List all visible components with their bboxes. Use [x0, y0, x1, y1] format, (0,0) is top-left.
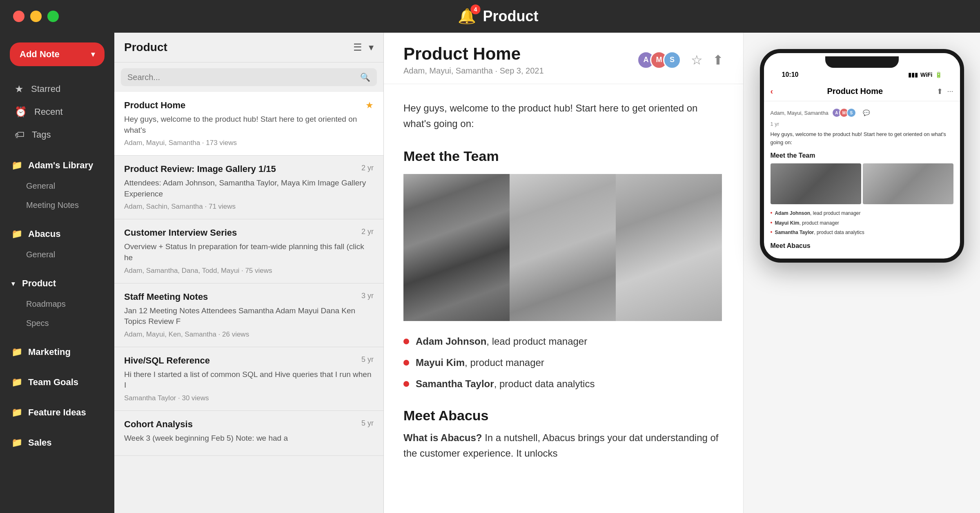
titlebar-center: 🔔 4 Product — [441, 8, 538, 25]
sidebar-abacus-header[interactable]: 📁 Abacus — [0, 223, 114, 245]
content-intro: Hey guys, welcome to the product hub! St… — [403, 100, 724, 132]
content-body: Hey guys, welcome to the product hub! St… — [384, 84, 743, 513]
note-item-preview: Overview + Status In preparation for tea… — [124, 241, 374, 263]
back-button[interactable]: ‹ — [771, 87, 773, 96]
minimize-button[interactable] — [30, 11, 42, 22]
note-item-age: 5 yr — [361, 355, 374, 364]
sidebar-team-goals-header[interactable]: 📁 Team Goals — [0, 371, 114, 393]
marketing-label: Marketing — [28, 347, 71, 357]
phone-status-bar: 10:10 ▮▮▮ WiFi 🔋 — [772, 68, 952, 82]
sidebar-section-adams-library: 📁 Adam's Library General Meeting Notes — [0, 154, 114, 215]
note-item-cohort-analysis[interactable]: Cohort Analysis 5 yr Week 3 (week beginn… — [114, 411, 383, 456]
phone-doc-header: ‹ Product Home ⬆ ··· — [764, 82, 960, 101]
note-item-product-review[interactable]: Product Review: Image Gallery 1/15 2 yr … — [114, 156, 383, 219]
sidebar-item-label: Starred — [31, 84, 60, 94]
sidebar-adams-library-header[interactable]: 📁 Adam's Library — [0, 154, 114, 176]
team-photos — [403, 174, 724, 321]
app-body: Add Note ▾ ★ Starred ⏰ Recent 🏷 Tags 📁 A… — [0, 33, 980, 513]
sidebar-item-starred[interactable]: ★ Starred — [3, 78, 111, 100]
notification-bell[interactable]: 🔔 4 — [458, 8, 476, 25]
close-button[interactable] — [13, 11, 24, 22]
product-label: Product — [22, 278, 56, 289]
team-list: Adam Johnson, lead product manager Mayui… — [403, 334, 724, 391]
titlebar-title: Product — [483, 8, 538, 25]
note-item-title: Product Review: Image Gallery 1/15 — [124, 164, 356, 174]
phone-member-name: Samantha Taylor — [775, 230, 814, 235]
search-input[interactable] — [127, 73, 360, 82]
note-item-staff-meeting[interactable]: Staff Meeting Notes 3 yr Jan 12 Meeting … — [114, 283, 383, 347]
team-member-name: Adam Johnson — [416, 336, 486, 347]
sidebar-sales-header[interactable]: 📁 Sales — [0, 432, 114, 454]
star-icon[interactable]: ★ — [365, 100, 374, 111]
content-title-block: Product Home Adam, Mayui, Samantha · Sep… — [403, 44, 544, 76]
note-item-title: Hive/SQL Reference — [124, 355, 356, 366]
clock-icon: ⏰ — [15, 106, 27, 118]
team-photo-sam — [616, 174, 724, 321]
sidebar-item-meeting-notes[interactable]: Meeting Notes — [0, 196, 114, 215]
sidebar-section-product: ▾ Product Roadmaps Specs — [0, 272, 114, 333]
battery-icon: 🔋 — [935, 71, 942, 78]
phone-team-photos — [771, 163, 953, 204]
sidebar-item-recent[interactable]: ⏰ Recent — [3, 100, 111, 123]
note-item-hive-sql[interactable]: Hive/SQL Reference 5 yr Hi there I start… — [114, 347, 383, 411]
folder-icon: 📁 — [11, 437, 22, 448]
note-item-meta: Adam, Mayui, Samantha · 173 views — [124, 139, 374, 147]
phone-chat-icon[interactable]: 💬 — [863, 109, 870, 116]
phone-doc-title: Product Home — [778, 87, 932, 96]
search-icon: 🔍 — [360, 72, 370, 82]
note-list-panel: Product ☰ ▾ 🔍 Product Home ★ Hey guys, w… — [114, 33, 384, 513]
note-list-items: Product Home ★ Hey guys, welcome to the … — [114, 92, 383, 513]
titlebar: 🔔 4 Product — [0, 0, 980, 33]
add-note-label: Add Note — [20, 49, 60, 60]
content-meta: Adam, Mayui, Samantha · Sep 3, 2021 — [403, 66, 544, 76]
sidebar-item-general-adams[interactable]: General — [0, 176, 114, 196]
team-member-name: Mayui Kim — [416, 357, 465, 368]
team-list-item-mayui: Mayui Kim, product manager — [403, 355, 724, 370]
note-item-customer-interview[interactable]: Customer Interview Series 2 yr Overview … — [114, 219, 383, 283]
phone-team-item-mayui: • Mayui Kim, product manager — [771, 220, 953, 227]
sidebar-item-general-abacus[interactable]: General — [0, 245, 114, 264]
phone-frame: 10:10 ▮▮▮ WiFi 🔋 ‹ Product Home ⬆ ··· — [760, 49, 964, 263]
phone-member-name: Mayui Kim — [775, 220, 799, 226]
sidebar-section-abacus: 📁 Abacus General — [0, 223, 114, 264]
phone-notch — [825, 56, 899, 68]
phone-meet-abacus-heading: Meet Abacus — [771, 242, 953, 250]
maximize-button[interactable] — [47, 11, 59, 22]
share-button[interactable]: ⬆ — [713, 52, 724, 68]
bullet-dot — [403, 381, 409, 387]
sidebar-item-tags[interactable]: 🏷 Tags — [3, 123, 111, 146]
team-member-role: , lead product manager — [486, 336, 587, 347]
phone-intro: Hey guys, welcome to the product hub! St… — [771, 130, 953, 146]
mobile-preview: 10:10 ▮▮▮ WiFi 🔋 ‹ Product Home ⬆ ··· — [743, 33, 980, 513]
feature-ideas-label: Feature Ideas — [28, 407, 86, 418]
phone-bullet: • — [771, 219, 773, 227]
add-note-button[interactable]: Add Note ▾ — [10, 42, 105, 66]
note-item-title: Product Home — [124, 100, 361, 111]
phone-team-item-samantha: • Samantha Taylor, product data analytic… — [771, 229, 953, 236]
sidebar-product-header[interactable]: ▾ Product — [0, 272, 114, 294]
phone-member-name: Adam Johnson — [775, 210, 810, 216]
sidebar-section-sales: 📁 Sales — [0, 432, 114, 454]
phone-more-icon[interactable]: ··· — [947, 87, 953, 96]
sidebar-marketing-header[interactable]: 📁 Marketing — [0, 341, 114, 363]
note-item-meta: Adam, Mayui, Ken, Samantha · 26 views — [124, 330, 374, 339]
folder-icon: 📁 — [11, 229, 22, 239]
note-item-preview: Week 3 (week beginning Feb 5) Note: we h… — [124, 433, 374, 444]
content-header: Product Home Adam, Mayui, Samantha · Sep… — [384, 33, 743, 84]
note-item-age: 3 yr — [361, 292, 374, 300]
sidebar-feature-ideas-header[interactable]: 📁 Feature Ideas — [0, 401, 114, 424]
sidebar-item-label: Recent — [34, 107, 63, 117]
abacus-bold: What is Abacus? — [403, 432, 482, 443]
chevron-down-icon[interactable]: ▾ — [369, 42, 374, 53]
phone-upload-icon[interactable]: ⬆ — [937, 87, 943, 96]
note-item-product-home[interactable]: Product Home ★ Hey guys, welcome to the … — [114, 92, 383, 156]
sidebar-item-roadmaps[interactable]: Roadmaps — [0, 294, 114, 314]
window-controls[interactable] — [13, 11, 59, 22]
phone-content: Adam, Mayui, Samantha A M S 💬 1 yr Hey g… — [764, 101, 960, 259]
sidebar-item-specs[interactable]: Specs — [0, 314, 114, 333]
team-photo-adam — [403, 174, 510, 321]
sidebar-section-marketing: 📁 Marketing — [0, 341, 114, 363]
star-button[interactable]: ☆ — [691, 52, 703, 68]
wifi-icon: WiFi — [920, 71, 932, 78]
list-icon[interactable]: ☰ — [353, 42, 362, 53]
